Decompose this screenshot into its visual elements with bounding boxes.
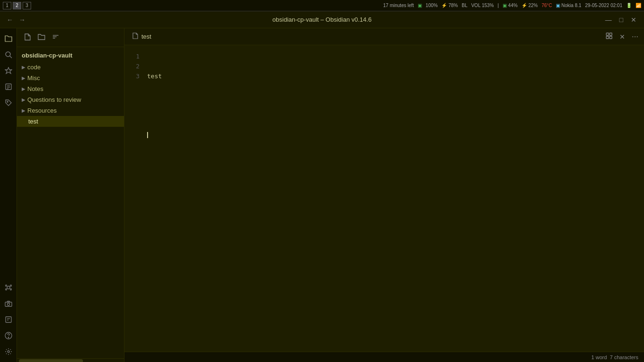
nav-buttons: ← → bbox=[0, 15, 32, 25]
window-controls: — □ ✕ bbox=[598, 15, 644, 25]
svg-point-7 bbox=[7, 286, 10, 289]
rail-icon-search[interactable] bbox=[2, 48, 15, 61]
svg-rect-28 bbox=[610, 33, 612, 35]
editor-area: test ✕ ⋯ 1 2 3 bbox=[124, 28, 644, 362]
new-file-button[interactable] bbox=[22, 32, 33, 43]
svg-line-15 bbox=[9, 288, 10, 288]
sidebar-item-label-questions: Questions to review bbox=[27, 96, 81, 103]
line-num-1: 1 bbox=[124, 52, 140, 62]
svg-point-10 bbox=[5, 289, 7, 290]
svg-point-11 bbox=[10, 289, 11, 290]
sidebar-item-label-misc: Misc bbox=[27, 74, 40, 82]
tree-arrow-notes: ▶ bbox=[22, 86, 25, 91]
titlebar: ← → obsidian-cp-vault – Obsidian v0.14.6… bbox=[0, 11, 644, 28]
line-numbers: 1 2 3 bbox=[124, 45, 143, 352]
svg-rect-27 bbox=[606, 33, 609, 35]
sidebar-item-test[interactable]: test bbox=[17, 116, 124, 127]
editor-line-1: test bbox=[147, 72, 644, 82]
line-num-3: 3 bbox=[124, 72, 140, 82]
editor-tabbar: test ✕ ⋯ bbox=[124, 28, 644, 45]
sidebar-scrollbar-area bbox=[17, 358, 124, 362]
svg-point-23 bbox=[8, 351, 9, 353]
new-folder-button[interactable] bbox=[36, 32, 47, 43]
svg-line-12 bbox=[7, 287, 8, 287]
battery-pct: 100% bbox=[426, 3, 438, 8]
svg-point-8 bbox=[5, 285, 7, 287]
temp: 76°C bbox=[542, 3, 552, 8]
svg-point-9 bbox=[10, 285, 11, 287]
sidebar-item-questions[interactable]: ▶ Questions to review bbox=[17, 94, 124, 105]
forward-button[interactable]: → bbox=[17, 15, 27, 25]
sidebar-item-label-resources: Resources bbox=[27, 107, 57, 114]
time-left: 17 minutes left bbox=[383, 3, 414, 8]
sidebar-item-misc[interactable]: ▶ Misc bbox=[17, 73, 124, 83]
tree-arrow-questions: ▶ bbox=[22, 97, 25, 102]
sidebar-item-notes[interactable]: ▶ Notes bbox=[17, 83, 124, 94]
workspace-1[interactable]: 1 bbox=[3, 2, 11, 9]
sidebar-content: obsidian-cp-vault ▶ code ▶ Misc ▶ Notes … bbox=[17, 47, 124, 358]
mode: BL bbox=[462, 3, 467, 8]
sidebar-item-label-notes: Notes bbox=[27, 85, 43, 92]
cpu1: ▣ 44% bbox=[503, 3, 518, 8]
svg-point-17 bbox=[7, 303, 9, 305]
more-options-button[interactable]: ⋯ bbox=[630, 32, 640, 41]
workspace-2[interactable]: 2 bbox=[13, 2, 21, 9]
toggle-view-button[interactable] bbox=[603, 31, 615, 42]
svg-rect-16 bbox=[5, 302, 12, 306]
icon-rail bbox=[0, 28, 17, 362]
svg-line-14 bbox=[7, 288, 8, 288]
sidebar: obsidian-cp-vault ▶ code ▶ Misc ▶ Notes … bbox=[17, 28, 124, 362]
signal-icon: 📶 bbox=[636, 3, 641, 8]
tree-arrow-resources: ▶ bbox=[22, 108, 25, 113]
line-num-2: 2 bbox=[124, 62, 140, 72]
rail-icon-graph[interactable] bbox=[2, 281, 15, 294]
file-icon bbox=[132, 33, 139, 41]
svg-rect-30 bbox=[610, 36, 612, 39]
workspace-3[interactable]: 3 bbox=[23, 2, 31, 9]
close-tab-button[interactable]: ✕ bbox=[618, 32, 627, 41]
rail-icon-starred[interactable] bbox=[2, 64, 15, 77]
tree-arrow-misc: ▶ bbox=[22, 75, 25, 81]
sidebar-item-resources[interactable]: ▶ Resources bbox=[17, 105, 124, 116]
rail-icon-settings[interactable] bbox=[2, 345, 15, 358]
battery-icon: ▣ bbox=[418, 3, 422, 8]
cpu2: ⚡ 22% bbox=[521, 3, 538, 8]
window-title: obsidian-cp-vault – Obsidian v0.14.6 bbox=[272, 16, 372, 23]
rail-icon-camera[interactable] bbox=[2, 297, 15, 310]
editor-tab-test[interactable]: test bbox=[128, 31, 155, 42]
svg-rect-18 bbox=[6, 317, 11, 322]
tree-arrow-code: ▶ bbox=[22, 65, 25, 70]
vault-name: obsidian-cp-vault bbox=[17, 49, 124, 62]
rail-icon-publish[interactable] bbox=[2, 313, 15, 326]
sidebar-item-label-test: test bbox=[22, 118, 38, 125]
close-button[interactable]: ✕ bbox=[628, 15, 639, 25]
sidebar-scrollbar[interactable] bbox=[19, 359, 83, 362]
sidebar-item-label-code: code bbox=[27, 64, 41, 71]
rail-icon-tags[interactable] bbox=[2, 96, 15, 109]
editor-tab-label: test bbox=[141, 33, 151, 40]
sidebar-item-code[interactable]: ▶ code bbox=[17, 62, 124, 73]
editor-line-2 bbox=[147, 101, 644, 111]
editor-text[interactable]: test bbox=[143, 45, 644, 352]
back-button[interactable]: ← bbox=[5, 15, 15, 25]
sidebar-header bbox=[17, 28, 124, 47]
rail-icon-recent[interactable] bbox=[2, 80, 15, 93]
svg-point-6 bbox=[7, 101, 8, 102]
status-items: 17 minutes left ▣ 100% ⚡ 78% BL VOL 153%… bbox=[383, 3, 641, 8]
svg-line-1 bbox=[10, 56, 12, 58]
svg-line-13 bbox=[9, 287, 10, 287]
topbar: 1 2 3 17 minutes left ▣ 100% ⚡ 78% BL VO… bbox=[0, 0, 644, 11]
minimize-button[interactable]: — bbox=[603, 15, 615, 25]
editor-content[interactable]: 1 2 3 test bbox=[124, 45, 644, 352]
svg-rect-29 bbox=[606, 36, 609, 39]
editor-line-3 bbox=[147, 130, 644, 140]
workspace-indicators: 1 2 3 bbox=[3, 2, 31, 9]
rail-icon-help[interactable] bbox=[2, 329, 15, 342]
rail-icon-files[interactable] bbox=[2, 32, 15, 45]
sort-button[interactable] bbox=[50, 32, 61, 43]
svg-point-0 bbox=[6, 52, 10, 57]
datetime: 29-05-2022 02:01 bbox=[585, 3, 622, 8]
char-count: 7 characters bbox=[610, 354, 638, 360]
word-count: 1 word bbox=[591, 354, 607, 360]
maximize-button[interactable]: □ bbox=[617, 15, 626, 25]
